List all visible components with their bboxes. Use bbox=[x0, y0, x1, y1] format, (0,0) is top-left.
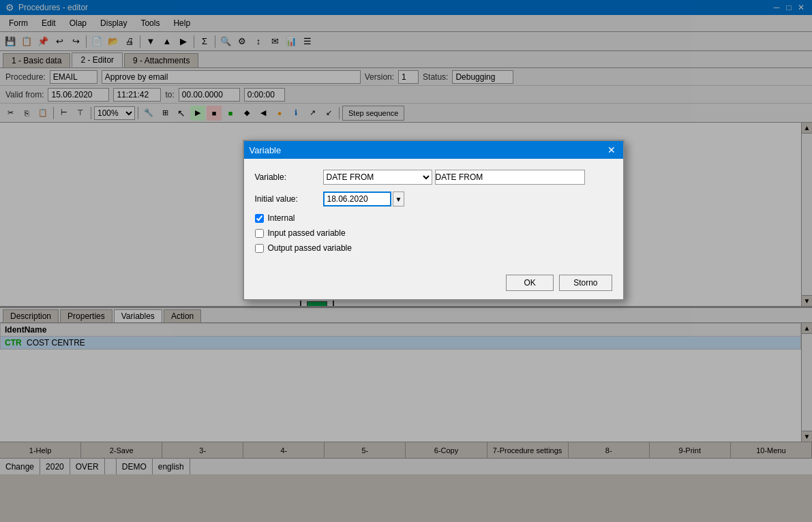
initial-value-row: Initial value: ▼ bbox=[255, 191, 612, 206]
storno-button[interactable]: Storno bbox=[559, 275, 612, 291]
modal-close-button[interactable]: ✕ bbox=[605, 144, 618, 156]
internal-label: Internal bbox=[268, 213, 295, 223]
output-passed-checkbox[interactable] bbox=[255, 244, 264, 253]
variable-modal: Variable ✕ Variable: DATE FROM Initial v… bbox=[243, 140, 625, 301]
internal-checkbox[interactable] bbox=[255, 214, 264, 223]
modal-body: Variable: DATE FROM Initial value: ▼ Int… bbox=[244, 159, 623, 269]
checkboxes-section: Internal Input passed variable Output pa… bbox=[255, 213, 612, 253]
internal-checkbox-row: Internal bbox=[255, 213, 612, 223]
input-passed-label: Input passed variable bbox=[268, 228, 346, 238]
modal-title-bar: Variable ✕ bbox=[244, 141, 623, 159]
output-passed-checkbox-row: Output passed variable bbox=[255, 243, 612, 253]
input-passed-checkbox-row: Input passed variable bbox=[255, 228, 612, 238]
initial-value-label: Initial value: bbox=[255, 194, 323, 204]
modal-title: Variable bbox=[250, 145, 282, 155]
initial-value-date[interactable] bbox=[323, 191, 391, 206]
modal-overlay[interactable]: Variable ✕ Variable: DATE FROM Initial v… bbox=[0, 0, 812, 474]
output-passed-label: Output passed variable bbox=[268, 243, 352, 253]
ok-button[interactable]: OK bbox=[506, 275, 554, 291]
input-passed-checkbox[interactable] bbox=[255, 229, 264, 238]
modal-footer: OK Storno bbox=[244, 269, 623, 299]
variable-text-field[interactable] bbox=[435, 170, 585, 185]
variable-dropdown[interactable]: DATE FROM bbox=[323, 170, 432, 185]
variable-field-label: Variable: bbox=[255, 172, 323, 182]
variable-row: Variable: DATE FROM bbox=[255, 170, 612, 185]
date-picker-button[interactable]: ▼ bbox=[393, 191, 405, 206]
